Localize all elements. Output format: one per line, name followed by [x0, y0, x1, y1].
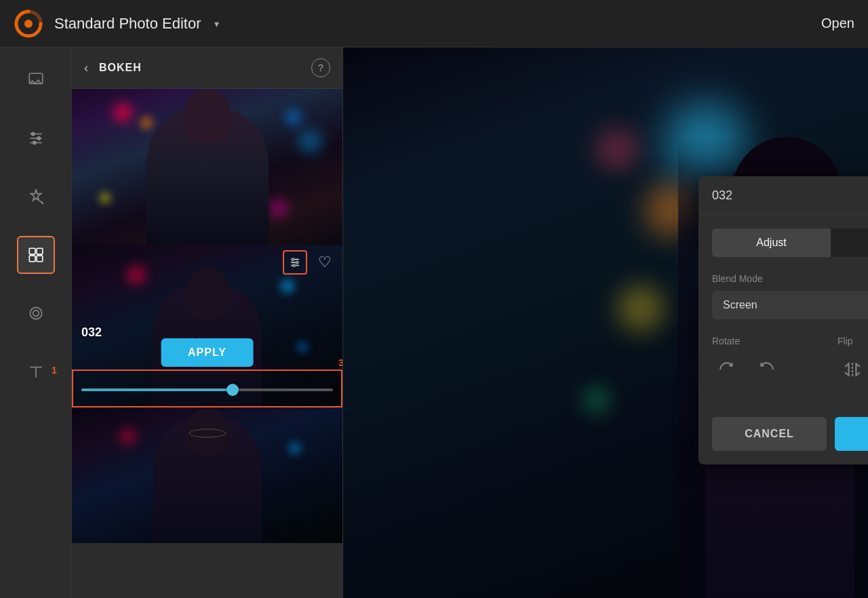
filter-item-3[interactable]: [72, 407, 342, 543]
svg-point-14: [33, 311, 39, 317]
blend-mode-label: Blend Mode: [712, 273, 868, 284]
sidebar-item-magic[interactable]: [17, 178, 55, 216]
flip-label: Flip: [837, 336, 868, 346]
sidebar-item-adjust[interactable]: [17, 119, 55, 157]
sidebar-item-layers[interactable]: [17, 236, 55, 274]
svg-point-7: [33, 141, 35, 144]
app-logo: [14, 9, 43, 39]
rotate-label: Rotate: [712, 336, 824, 346]
filter-list: 032 2: [72, 89, 342, 598]
svg-point-20: [292, 258, 294, 261]
annotation-1: 1: [52, 365, 57, 376]
panel-title: BOKEH: [99, 62, 303, 74]
help-button[interactable]: ?: [311, 58, 330, 77]
dialog-title: 032: [712, 188, 732, 203]
sidebar-item-frame[interactable]: [17, 294, 55, 332]
flip-icons: [837, 355, 868, 384]
annotation-2-label: 2: [307, 245, 311, 247]
svg-rect-12: [37, 256, 43, 262]
filter-actions: 2 ♡: [283, 250, 337, 275]
tab-erase[interactable]: Erase: [831, 228, 868, 257]
rotate-ccw-button[interactable]: [712, 355, 742, 384]
svg-rect-9: [29, 248, 35, 254]
flip-horizontal-button[interactable]: [837, 355, 867, 384]
rotate-section: Rotate: [712, 336, 824, 384]
app-title: Standard Photo Editor: [54, 15, 201, 33]
filter-number-badge: 032: [81, 325, 102, 340]
cancel-button[interactable]: CANCEL: [712, 417, 827, 451]
back-button[interactable]: ‹: [84, 61, 88, 75]
canvas-area: 032 ✕ Adjust Erase Blend Mode Screen ▾: [343, 47, 868, 598]
adjust-icon-button[interactable]: [283, 250, 307, 275]
panel: ‹ BOKEH ?: [72, 47, 343, 598]
topbar-left: Standard Photo Editor ▾: [14, 9, 219, 39]
blend-mode-value: Screen: [723, 299, 757, 311]
main-layout: 1: [0, 47, 868, 598]
sidebar-item-gallery[interactable]: [17, 61, 55, 99]
svg-rect-11: [29, 256, 35, 262]
favorite-button[interactable]: ♡: [313, 250, 337, 275]
dialog: 032 ✕ Adjust Erase Blend Mode Screen ▾: [698, 176, 868, 464]
sidebar: 1: [0, 47, 72, 598]
svg-point-6: [37, 137, 40, 140]
svg-point-0: [24, 20, 33, 28]
svg-line-8: [40, 201, 43, 204]
rotate-icons: [712, 355, 824, 384]
filter-item-2[interactable]: 032 2: [72, 245, 342, 407]
open-button[interactable]: Open: [821, 16, 854, 31]
flip-section: Flip: [837, 336, 868, 384]
tab-adjust[interactable]: Adjust: [712, 228, 831, 257]
rotate-cw-button[interactable]: [751, 355, 781, 384]
sidebar-item-text[interactable]: [17, 353, 55, 391]
apply-large-button[interactable]: APPLY: [161, 338, 254, 367]
apply-dialog-button[interactable]: APPLY: [835, 417, 868, 451]
filter-item-1[interactable]: [72, 89, 342, 245]
svg-point-22: [293, 264, 296, 267]
dialog-footer: CANCEL APPLY: [698, 417, 868, 464]
panel-header: ‹ BOKEH ?: [72, 47, 342, 89]
topbar: Standard Photo Editor ▾ Open: [0, 0, 868, 47]
dialog-body: Adjust Erase Blend Mode Screen ▾ Rotate: [698, 215, 868, 417]
dialog-tabs: Adjust Erase: [712, 228, 868, 257]
svg-point-13: [30, 307, 41, 319]
dialog-header: 032 ✕: [698, 176, 868, 215]
svg-point-21: [296, 261, 298, 264]
blend-mode-select[interactable]: Screen ▾: [712, 291, 868, 319]
controls-row: Rotate: [712, 336, 868, 384]
svg-rect-10: [37, 248, 43, 254]
svg-point-5: [31, 132, 34, 135]
annotation-3-label: 3: [338, 357, 342, 368]
chevron-down-icon[interactable]: ▾: [214, 18, 219, 29]
